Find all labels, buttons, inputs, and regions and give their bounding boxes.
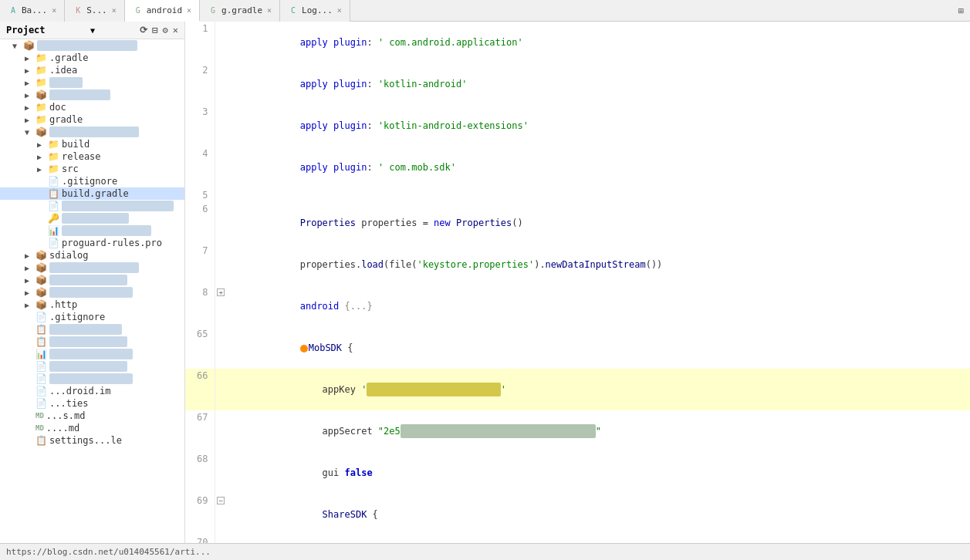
tree-item-androidim[interactable]: 📄 ...droid.im <box>0 385 184 397</box>
code-line-3: 3 apply plugin: 'kotlin-android-extensio… <box>185 105 970 147</box>
tree-label-blurred1 <box>49 262 139 273</box>
tab-ba-icon: A <box>8 5 19 16</box>
tree-item-idea[interactable]: ▶ 📁 .idea <box>0 64 184 76</box>
tree-item-jks[interactable]: 🔑 .jks <box>0 212 184 224</box>
tree-item-gradle2[interactable]: ▶ 📁 gradle <box>0 113 184 126</box>
tree-label-settings: c...s.adle <box>49 336 127 347</box>
fold-indicator-69[interactable]: − <box>217 497 225 504</box>
tree-item-properties[interactable]: 📊 .rties <box>0 224 184 237</box>
tab-android-icon: G <box>133 5 144 15</box>
collapse-icon[interactable]: ⊟ <box>152 25 157 35</box>
tree-item-leprop[interactable]: 📊 le.p...erties <box>0 348 184 360</box>
tab-gradle[interactable]: G g.gradle × <box>200 0 280 22</box>
tab-ba-close[interactable]: × <box>52 6 56 15</box>
tree-label-nding: -nding.iml <box>62 201 174 211</box>
tab-android[interactable]: G android × <box>125 0 200 22</box>
tree-label-androidim: ...droid.im <box>49 386 110 396</box>
tab-s-icon: K <box>73 5 83 16</box>
sidebar-title: Project <box>6 25 46 35</box>
tree-item-com[interactable]: ▶ 📦 com <box>0 89 184 101</box>
tree-label-src: src <box>62 164 79 174</box>
tree-item-md1[interactable]: MD ...s.md <box>0 410 184 422</box>
code-line-70: 70 //平台配置信息 <box>185 535 970 543</box>
tree-item-release[interactable]: ▶ 📁 release <box>0 150 184 163</box>
tree-label-gitignore: .gitignore <box>62 176 117 187</box>
code-line-6: 6 Properties properties = new Properties… <box>185 202 970 244</box>
tree-item-ties[interactable]: 📄 ...ties <box>0 397 184 410</box>
tree-item-sdialog[interactable]: ▶ 📦 sdialog <box>0 249 184 261</box>
tree-item-blurred3[interactable]: 📄 <box>0 373 184 385</box>
code-line-5: 5 <box>185 188 970 202</box>
tree-label-buildgradle2: b...adle <box>49 324 122 335</box>
tab-s[interactable]: K S... × <box>65 0 125 22</box>
code-editor[interactable]: 1 apply plugin: ' com.android.applicatio… <box>185 22 970 543</box>
tree-label-proguard: proguard-rules.pro <box>62 238 162 248</box>
tree-item-gitignore2[interactable]: 📄 .gitignore <box>0 311 184 323</box>
tree-item-nding[interactable]: 📄 -nding.iml <box>0 200 184 212</box>
tree-item-src[interactable]: ▶ 📁 src <box>0 163 184 175</box>
tab-android-close[interactable]: × <box>187 6 191 15</box>
tree-label-bu: bu <box>49 77 83 88</box>
sidebar-header-icons: ⟳ ⊟ ⚙ ✕ <box>140 25 178 35</box>
tree-item-http[interactable]: ▶ 📦 .http <box>0 299 184 311</box>
tree-label-leprop: le.p...erties <box>49 349 133 359</box>
tree-item-proguard[interactable]: 📄 proguard-rules.pro <box>0 237 184 249</box>
tree-label-ties: ...ties <box>49 398 89 409</box>
fold-indicator-8[interactable]: + <box>217 288 225 296</box>
tab-log-label: Log... <box>302 5 333 15</box>
tree-item-guo[interactable]: ▼ 📦 guo <box>0 39 184 52</box>
tree-label-doc: doc <box>49 102 66 113</box>
tree-label-appmodule <box>49 127 139 137</box>
tree-item-blurred1[interactable]: ▶ 📦 <box>0 261 184 274</box>
tree-label-guo: guo <box>37 40 137 51</box>
tree-item-settings2[interactable]: 📋 settings...le <box>0 434 184 447</box>
code-line-7: 7 properties.load(file('keystore.propert… <box>185 244 970 285</box>
tab-log-close[interactable]: × <box>337 6 342 15</box>
tree-item-le[interactable]: 📄 le... <box>0 360 184 373</box>
breakpoint-dot <box>300 345 308 353</box>
tree-label-com: com <box>49 89 110 100</box>
tree-label-blurred3 <box>49 373 133 384</box>
tree-label-http: .http <box>49 299 77 310</box>
gear-icon[interactable]: ⚙ <box>163 25 168 35</box>
tab-s-close[interactable]: × <box>112 6 117 15</box>
code-line-4: 4 apply plugin: ' com.mob.sdk' <box>185 147 970 188</box>
tree-label-gradle: .gradle <box>49 52 89 63</box>
tree-item-settings[interactable]: 📋 c...s.adle <box>0 336 184 348</box>
tree-label-gitignore2: .gitignore <box>49 312 105 322</box>
tab-android-label: android <box>147 5 182 15</box>
sync-icon[interactable]: ⟳ <box>140 25 147 35</box>
tree-item-ryxup[interactable]: ▶ 📦 ryX...up <box>0 274 184 286</box>
code-line-65: 65 MobSDK { <box>185 327 970 369</box>
tree-item-buildgradle[interactable]: 📋 build.gradle <box>0 187 184 200</box>
code-line-67: 67 appSecret "2e5 " <box>185 410 970 452</box>
tree-label-gradle2: gradle <box>49 114 83 125</box>
tab-expand-icon[interactable]: ⊞ <box>958 5 964 16</box>
tree-label-buildgradle: build.gradle <box>62 188 129 199</box>
code-table: 1 apply plugin: ' com.android.applicatio… <box>185 22 970 543</box>
tree-label-idea: .idea <box>49 65 77 76</box>
code-line-66: 66 appKey ' ' <box>185 369 970 410</box>
tab-ba-label: Ba... <box>22 5 47 15</box>
tree-item-gradle[interactable]: ▶ 📁 .gradle <box>0 52 184 64</box>
sidebar-title-arrow: ▼ <box>90 26 95 35</box>
tree-item-md2[interactable]: MD ....md <box>0 422 184 434</box>
tree-item-blurred2[interactable]: ▶ 📦 .f <box>0 286 184 299</box>
close-icon[interactable]: ✕ <box>173 25 178 35</box>
tree-item-buildgradle2[interactable]: 📋 b...adle <box>0 323 184 336</box>
tree-item-appmodule[interactable]: ▼ 📦 <box>0 126 184 138</box>
tab-gradle-icon: G <box>208 5 218 16</box>
tree-label-blurred2: .f <box>49 287 133 298</box>
tab-s-label: S... <box>86 5 107 15</box>
tree-item-doc[interactable]: ▶ 📁 doc <box>0 101 184 113</box>
code-line-69: 69 − ShareSDK { <box>185 494 970 535</box>
tab-bar: A Ba... × K S... × G android × G g.gradl… <box>0 0 970 22</box>
tab-ba[interactable]: A Ba... × <box>0 0 65 22</box>
tree-item-bu[interactable]: ▶ 📁 bu <box>0 76 184 89</box>
tab-gradle-close[interactable]: × <box>267 6 272 15</box>
tab-log-icon: C <box>288 5 299 16</box>
tab-log[interactable]: C Log... × <box>280 0 350 22</box>
sidebar: Project ▼ ⟳ ⊟ ⚙ ✕ ▼ 📦 guo ▶ 📁 .gradle <box>0 22 185 543</box>
tree-item-build[interactable]: ▶ 📁 build <box>0 138 184 150</box>
tree-item-gitignore[interactable]: 📄 .gitignore <box>0 175 184 187</box>
